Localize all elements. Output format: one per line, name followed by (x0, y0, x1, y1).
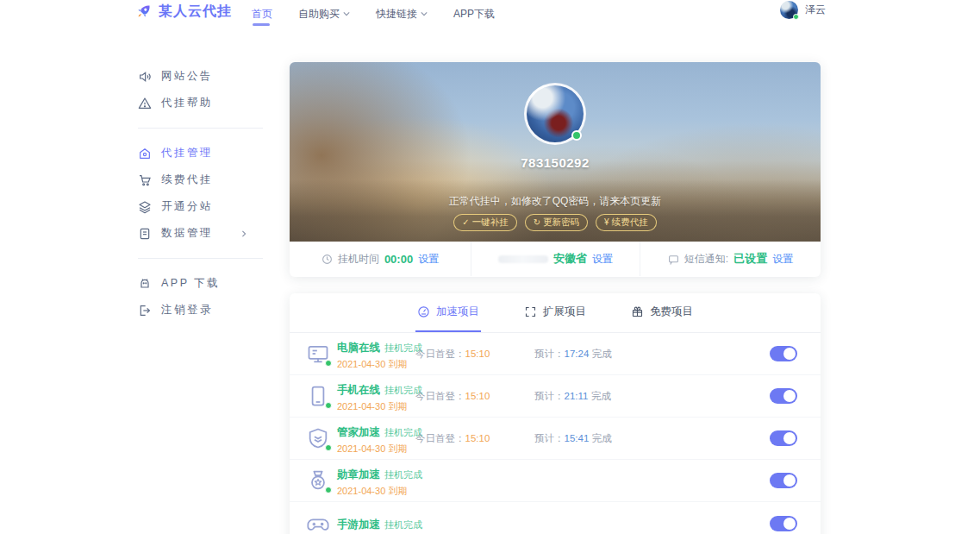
tab-speed-projects[interactable]: 加速项目 (415, 293, 481, 332)
tab-label: 免费项目 (650, 305, 693, 319)
update-password-button[interactable]: ↻ 更新密码 (525, 214, 588, 231)
cart-icon (138, 173, 152, 187)
profile-card: 783150292 正常代挂中，如修改了QQ密码，请来本页更新 ✓ 一键补挂 ↻… (290, 62, 821, 277)
toggle-knob (783, 474, 796, 487)
toggle-knob (783, 348, 796, 360)
brand-name: 某人云代挂 (159, 3, 232, 21)
project-title: 手机在线 (337, 384, 380, 396)
sidebar-item-logout[interactable]: 注销登录 (138, 297, 263, 324)
online-status-dot (325, 402, 332, 409)
info-bar: 挂机时间 00:00 设置 安徽省 设置 短信通知: 已设置 设置 (290, 242, 821, 276)
expand-icon (524, 305, 537, 318)
project-expire: 2021-04-30 到期 (337, 484, 422, 499)
location-section: 安徽省 设置 (471, 242, 640, 276)
profile-banner: 783150292 正常代挂中，如修改了QQ密码，请来本页更新 ✓ 一键补挂 ↻… (290, 62, 821, 242)
project-title-block: 手游加速挂机完成 (337, 513, 422, 534)
gamepad-icon (306, 512, 330, 534)
banner-actions: ✓ 一键补挂 ↻ 更新密码 ¥ 续费代挂 (290, 214, 821, 231)
first-login-label: 今日首登： (415, 433, 465, 443)
hang-time-settings-link[interactable]: 设置 (418, 252, 439, 267)
sidebar-item-app-download[interactable]: APP 下载 (138, 270, 263, 297)
main-nav: 首页 自助购买 快捷链接 APP下载 (252, 0, 495, 28)
sms-notify-label: 短信通知: (684, 252, 728, 267)
sidebar-item-substation[interactable]: 开通分站 (138, 193, 263, 220)
location-settings-link[interactable]: 设置 (592, 252, 613, 267)
nav-self-purchase[interactable]: 自助购买 (298, 0, 350, 28)
project-title: 电脑在线 (337, 342, 380, 354)
chevron-down-icon (343, 10, 350, 17)
refresh-icon: ↻ (534, 218, 540, 227)
tab-free-projects[interactable]: 免费项目 (629, 293, 695, 332)
qq-number: 783150292 (290, 155, 821, 170)
project-toggle[interactable] (770, 473, 797, 488)
clock-icon (321, 254, 333, 265)
project-toggle[interactable] (770, 346, 797, 361)
medal-icon (306, 468, 330, 493)
first-login-col: 今日首登：15:10 (415, 390, 490, 403)
brand[interactable]: 某人云代挂 (134, 2, 232, 21)
hang-time-label: 挂机时间 (338, 252, 379, 267)
chevron-right-icon (240, 230, 247, 237)
sidebar: 网站公告 代挂帮助 代挂管理 续费代挂 开通分站 数据管理 (138, 63, 263, 324)
project-toggle[interactable] (770, 430, 797, 446)
project-toggle[interactable] (770, 516, 797, 531)
sidebar-label: 代挂帮助 (161, 96, 213, 110)
projects-tabs: 加速项目 扩展项目 免费项目 (290, 293, 821, 333)
project-row-medal-speed: 勋章加速挂机完成 2021-04-30 到期 (290, 460, 821, 502)
user-menu[interactable]: 泽云 (780, 1, 826, 19)
projects-card: 加速项目 扩展项目 免费项目 电脑在线挂机完成 2021-04-30 到期 (290, 293, 821, 534)
tab-extended-projects[interactable]: 扩展项目 (522, 293, 588, 332)
tab-label: 加速项目 (436, 305, 479, 319)
project-expire: 2021-04-30 到期 (337, 399, 422, 414)
sidebar-label: 数据管理 (161, 226, 213, 241)
check-circle-icon: ✓ (462, 218, 469, 227)
sidebar-divider (138, 258, 263, 259)
renew-hang-button[interactable]: ¥ 续费代挂 (596, 214, 657, 231)
logout-icon (138, 304, 152, 317)
eta-label: 预计： (534, 391, 565, 401)
location-value: 安徽省 (553, 251, 587, 267)
rehang-button[interactable]: ✓ 一键补挂 (453, 214, 516, 231)
sidebar-item-help[interactable]: 代挂帮助 (138, 90, 263, 116)
nav-app-download-label: APP下载 (453, 7, 495, 22)
sms-settings-link[interactable]: 设置 (772, 252, 793, 267)
eta-label: 预计： (534, 433, 565, 443)
computer-icon (306, 342, 330, 366)
project-row-game-speed: 手游加速挂机完成 (290, 502, 821, 534)
nav-quick-links[interactable]: 快捷链接 (376, 0, 428, 28)
eta-time: 21:11 (565, 391, 589, 401)
toggle-knob (783, 432, 796, 444)
first-login-time: 15:10 (465, 433, 490, 443)
sidebar-item-renew[interactable]: 续费代挂 (138, 166, 263, 193)
eta-time: 15:41 (565, 433, 590, 443)
online-status-dot (325, 487, 332, 493)
profile-avatar (524, 83, 586, 145)
sidebar-item-hang-management[interactable]: 代挂管理 (138, 140, 263, 166)
online-status-dot (793, 14, 799, 20)
sidebar-item-announcements[interactable]: 网站公告 (138, 63, 263, 90)
sms-notify-value: 已设置 (733, 251, 767, 267)
rocket-logo-icon (134, 2, 153, 21)
nav-home[interactable]: 首页 (252, 0, 272, 28)
nav-app-download[interactable]: APP下载 (453, 0, 495, 28)
shield-icon (306, 426, 330, 450)
project-title-block: 管家加速挂机完成 2021-04-30 到期 (337, 421, 422, 456)
redacted-text-blur (498, 255, 548, 263)
project-expire: 2021-04-30 到期 (337, 357, 422, 372)
layers-icon (138, 200, 152, 214)
eta-col: 预计：21:11 完成 (534, 390, 611, 403)
toggle-knob (783, 518, 796, 530)
eta-suffix: 完成 (589, 349, 611, 359)
eta-col: 预计：15:41 完成 (534, 432, 611, 445)
phone-icon (306, 384, 330, 408)
online-status-dot (325, 444, 332, 451)
project-toggle[interactable] (770, 388, 797, 404)
update-password-button-label: 更新密码 (543, 217, 579, 229)
project-title: 管家加速 (337, 426, 380, 438)
first-login-label: 今日首登： (415, 391, 465, 401)
online-status-dot (571, 130, 582, 141)
nav-self-purchase-label: 自助购买 (298, 7, 340, 22)
project-title: 勋章加速 (337, 468, 380, 481)
eta-col: 预计：17:24 完成 (534, 348, 611, 361)
sidebar-item-data-management[interactable]: 数据管理 (138, 220, 263, 247)
